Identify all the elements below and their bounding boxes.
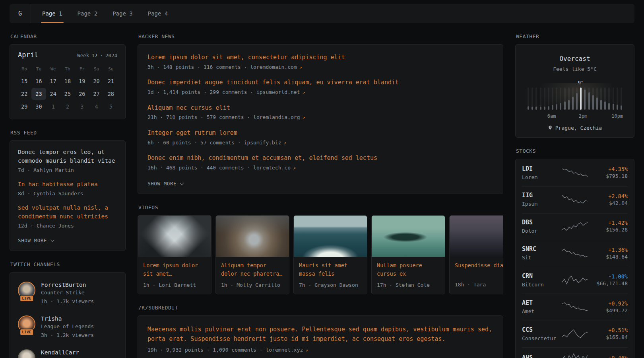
video-title[interactable]: Aliquam tempor dolor nec pharetra… [221, 261, 284, 278]
videos-section-title: VIDEOS [138, 204, 503, 210]
hn-item-link[interactable]: Aliquam nec cursus elit [147, 104, 493, 113]
calendar-day: 24 [46, 88, 60, 100]
app-logo[interactable]: G [10, 4, 31, 23]
hn-item-meta-text: 3h · 148 points · 116 comments · loremdo… [147, 64, 297, 70]
video-card[interactable]: Nullam posuere cursus ex 17h · Stefan Co… [371, 215, 445, 294]
calendar-day-next-month: 2 [60, 101, 75, 113]
stock-row[interactable]: AET Amet +0.92% $499.72 [522, 294, 628, 321]
weekday-label: Fr [75, 64, 89, 74]
external-link-icon[interactable]: ↗ [293, 165, 296, 171]
weekday-label: Th [60, 64, 75, 74]
stock-sparkline [562, 195, 588, 205]
stock-row[interactable]: LDI Lorem +4.35% $795.18 [522, 160, 628, 187]
rss-item-title[interactable]: Sed volutpat nulla nisl, a condimentum n… [18, 204, 117, 221]
stock-symbol[interactable]: AET [522, 299, 557, 306]
hn-item-link[interactable]: Lorem ipsum dolor sit amet, consectetur … [147, 53, 493, 62]
video-title[interactable]: Mauris sit amet massa felis [299, 261, 362, 278]
twitch-channel[interactable]: LIVE ForrestBurton Counter-Strike 1h · 1… [18, 276, 117, 310]
video-thumbnail[interactable] [294, 216, 367, 257]
stock-symbol[interactable]: CRN [522, 272, 557, 280]
calendar-day-next-month: 1 [46, 101, 60, 113]
stock-row[interactable]: IIG Ipsum +2.84% $42.04 [522, 186, 628, 213]
video-thumbnail[interactable] [216, 216, 289, 257]
stock-sparkline [562, 222, 588, 232]
rss-item[interactable]: Donec tempor eros leo, ut commodo mauris… [18, 148, 117, 174]
chevron-down-icon [50, 238, 54, 242]
weather-bar-chart: 9° [528, 88, 622, 110]
videos-section: VIDEOS Lorem ipsum dolor sit amet consec… [138, 204, 503, 294]
hackernews-widget: Lorem ipsum dolor sit amet, consectetur … [138, 44, 503, 194]
stock-symbol[interactable]: SNRC [522, 245, 557, 253]
hn-item-meta: 21h · 710 points · 579 comments · loreml… [147, 113, 493, 121]
weather-location-text: Prague, Czechia [555, 125, 602, 131]
external-link-icon[interactable]: ↗ [299, 64, 302, 70]
video-meta: 1h · Lori Barnett [143, 281, 206, 289]
hn-item-link[interactable]: Donec imperdiet augue tincidunt felis al… [147, 78, 493, 87]
hn-item-link[interactable]: Integer eget rutrum lorem [147, 129, 493, 138]
video-card[interactable]: Suspendisse diam 18h · Tara [449, 215, 503, 294]
rss-item-title[interactable]: In hac habitasse platea [18, 180, 117, 189]
avatar-wrapper: LIVE [18, 315, 35, 333]
external-link-icon[interactable]: ↗ [284, 140, 287, 146]
twitch-channel[interactable]: KendallCarr [18, 344, 117, 358]
video-thumbnail[interactable] [450, 216, 503, 257]
external-link-icon[interactable]: ↗ [305, 347, 308, 353]
twitch-section-title: TWITCH CHANNELS [10, 261, 126, 267]
stock-symbol[interactable]: DBS [522, 219, 557, 226]
stock-symbol[interactable]: AHS [522, 354, 557, 358]
rss-show-more-button[interactable]: SHOW MORE [18, 236, 54, 246]
weather-peak-temp: 9° [578, 80, 584, 86]
twitch-channel[interactable]: LIVE Trisha League of Legends 3h · 1.2k … [18, 310, 117, 344]
rss-item[interactable]: Sed volutpat nulla nisl, a condimentum n… [18, 204, 117, 230]
rss-section: RSS FEED Donec tempor eros leo, ut commo… [10, 130, 126, 251]
stock-row[interactable]: SNRC Sit +1.36% $148.64 [522, 240, 628, 267]
tab-page-3[interactable]: Page 3 [113, 4, 133, 23]
rss-item[interactable]: In hac habitasse platea 8d · Cynthia Sau… [18, 180, 117, 197]
stock-change: +0.46% [592, 355, 628, 358]
video-title[interactable]: Nullam posuere cursus ex [377, 261, 440, 278]
rss-item-title[interactable]: Donec tempor eros leo, ut commodo mauris… [18, 148, 117, 165]
reddit-post-title[interactable]: Maecenas mollis pulvinar erat non posuer… [147, 325, 493, 344]
stock-row[interactable]: AHS +0.46% [522, 347, 628, 358]
main-column: HACKER NEWS Lorem ipsum dolor sit amet, … [138, 33, 503, 358]
left-column: CALENDAR April Week 17 · 2024 Mo Tu We T… [10, 33, 126, 358]
channel-name[interactable]: Trisha [41, 315, 94, 322]
video-card[interactable]: Mauris sit amet massa felis 7h · Grayson… [293, 215, 367, 294]
tab-page-2[interactable]: Page 2 [78, 4, 98, 23]
video-meta: 17h · Stefan Cole [377, 281, 440, 289]
channel-info: KendallCarr [41, 349, 79, 356]
stock-row[interactable]: CRN Bitcorn -1.00% $66,171.48 [522, 267, 628, 294]
weekday-label: Tu [31, 64, 46, 74]
calendar-day: 28 [104, 88, 118, 100]
page-tabs: Page 1 Page 2 Page 3 Page 4 [31, 4, 168, 23]
video-thumbnail[interactable] [138, 216, 211, 257]
video-card[interactable]: Aliquam tempor dolor nec pharetra… 1h · … [215, 215, 289, 294]
video-title[interactable]: Lorem ipsum dolor sit amet consectetu… [143, 261, 206, 278]
channel-meta: 3h · 1.2k viewers [41, 331, 94, 339]
video-title[interactable]: Suspendisse diam [455, 261, 503, 277]
stock-id: AET Amet [522, 299, 557, 315]
external-link-icon[interactable]: ↗ [303, 115, 305, 120]
stock-symbol[interactable]: CCS [522, 326, 557, 333]
stock-change: +0.92% [592, 300, 628, 307]
tab-page-4[interactable]: Page 4 [148, 4, 168, 23]
external-link-icon[interactable]: ↗ [303, 90, 305, 95]
subreddit-section-title: /R/SUBREDDIT [138, 305, 503, 311]
channel-meta: 1h · 1.7k viewers [41, 298, 94, 305]
stock-row[interactable]: DBS Dolor +1.42% $156.28 [522, 213, 628, 240]
hn-show-more-button[interactable]: SHOW MORE [147, 179, 183, 189]
channel-name[interactable]: KendallCarr [41, 349, 79, 356]
video-thumbnail[interactable] [372, 216, 445, 257]
stock-symbol[interactable]: IIG [522, 192, 557, 199]
weather-feels-like: Feels like 5°C [524, 65, 625, 73]
stock-row[interactable]: CCS Consectetur +0.51% $165.84 [522, 321, 628, 348]
video-card[interactable]: Lorem ipsum dolor sit amet consectetu… 1… [138, 215, 211, 294]
stock-price: $42.04 [592, 199, 628, 207]
channel-info: Trisha League of Legends 3h · 1.2k viewe… [41, 315, 94, 339]
stock-symbol[interactable]: LDI [522, 165, 557, 172]
hn-item-link[interactable]: Donec enim nibh, condimentum et accumsan… [147, 154, 493, 163]
tab-page-1[interactable]: Page 1 [42, 4, 62, 23]
channel-name[interactable]: ForrestBurton [41, 282, 94, 288]
stock-id: CCS Consectetur [522, 326, 557, 342]
video-meta: 18h · Tara [455, 281, 503, 289]
